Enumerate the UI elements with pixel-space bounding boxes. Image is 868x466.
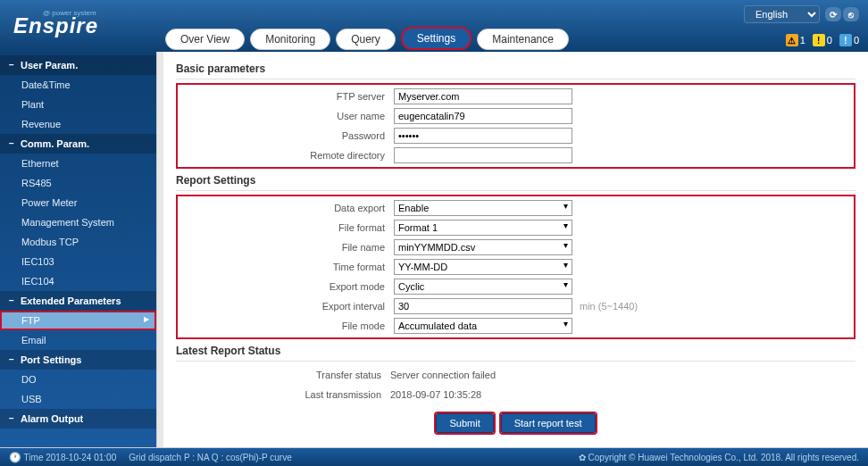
side-iec104[interactable]: IEC104 (0, 271, 156, 291)
time-format-label: Time format (179, 262, 394, 272)
ftp-server-label: FTP server (179, 91, 394, 102)
side-rs485[interactable]: RS485 (0, 173, 156, 193)
file-format-select[interactable]: Format 1 (394, 220, 572, 236)
sidebar: User Param. Date&Time Plant Revenue Comm… (0, 52, 156, 447)
username-input[interactable] (394, 108, 572, 124)
side-do[interactable]: DO (0, 370, 156, 389)
export-mode-label: Export mode (179, 281, 394, 292)
clock-icon: 🕐 (9, 452, 21, 462)
section-status: Latest Report Status (176, 341, 855, 362)
top-right: English ⟳ ⎋ (744, 5, 859, 23)
side-usb[interactable]: USB (0, 389, 156, 409)
export-interval-hint: min (5~1440) (580, 301, 638, 312)
section-report: Report Settings (176, 171, 855, 191)
header: @ power system Enspire Over View Monitor… (0, 0, 868, 52)
export-interval-label: Export interval (179, 301, 394, 312)
remote-dir-input[interactable] (394, 147, 572, 163)
side-email[interactable]: Email (0, 330, 156, 350)
alert-major[interactable]: ! 0 (813, 34, 832, 46)
alert-square-icon: ! (813, 34, 825, 46)
logo-sub: @ power system (43, 9, 96, 17)
side-power-meter[interactable]: Power Meter (0, 193, 156, 212)
tab-query[interactable]: Query (336, 29, 396, 50)
start-report-test-button[interactable]: Start report test (501, 413, 596, 433)
huawei-logo-icon: ✿ (579, 453, 586, 462)
alert-minor[interactable]: ! 0 (839, 34, 859, 46)
footer-copyright: ✿ Copyright © Huawei Technologies Co., L… (579, 453, 859, 462)
main-panel: Basic parameters FTP server User name Pa… (163, 52, 868, 447)
password-input[interactable] (394, 128, 572, 144)
side-ethernet[interactable]: Ethernet (0, 154, 156, 173)
side-cat-port[interactable]: Port Settings (0, 350, 156, 370)
logout-icon[interactable]: ⎋ (843, 7, 859, 21)
side-cat-extended[interactable]: Extended Parameters (0, 291, 156, 311)
side-cat-user[interactable]: User Param. (0, 55, 156, 75)
buttons-row: Submit Start report test (176, 404, 855, 442)
brand-text: Enspire (13, 13, 98, 38)
side-cat-comm[interactable]: Comm. Param. (0, 134, 156, 154)
file-mode-label: File mode (179, 320, 394, 331)
side-revenue[interactable]: Revenue (0, 114, 156, 134)
sidebar-scrollbar[interactable] (156, 52, 163, 447)
export-interval-input[interactable] (394, 298, 572, 314)
last-transmission-value: 2018-09-07 10:35:28 (390, 389, 481, 400)
tab-settings[interactable]: Settings (401, 27, 472, 50)
tab-maintenance[interactable]: Maintenance (477, 29, 569, 50)
warning-triangle-icon: ⚠ (786, 34, 798, 46)
data-export-label: Data export (179, 203, 394, 213)
tab-overview[interactable]: Over View (165, 29, 245, 50)
ftp-server-input[interactable] (394, 88, 572, 104)
footer: 🕐 Time 2018-10-24 01:00 Grid dispatch P … (0, 448, 868, 466)
alerts: ⚠ 1 ! 0 ! 0 (786, 34, 859, 46)
side-mgmt-system[interactable]: Management System (0, 212, 156, 232)
side-plant[interactable]: Plant (0, 95, 156, 114)
username-label: User name (179, 111, 394, 121)
side-datetime[interactable]: Date&Time (0, 75, 156, 95)
file-mode-select[interactable]: Accumulated data (394, 318, 572, 334)
refresh-icon[interactable]: ⟳ (825, 7, 841, 21)
password-label: Password (179, 130, 394, 141)
section-basic: Basic parameters (176, 59, 855, 79)
footer-time: 🕐 Time 2018-10-24 01:00 (9, 452, 116, 463)
remote-dir-label: Remote directory (179, 150, 394, 161)
data-export-select[interactable]: Enable (394, 200, 572, 216)
side-iec103[interactable]: IEC103 (0, 252, 156, 271)
side-cat-alarm[interactable]: Alarm Output (0, 409, 156, 429)
info-circle-icon: ! (839, 34, 852, 46)
report-highlight: Data export Enable File format Format 1 … (176, 195, 855, 339)
logo: @ power system Enspire (0, 0, 152, 52)
tab-monitoring[interactable]: Monitoring (250, 29, 330, 50)
time-format-select[interactable]: YY-MM-DD (394, 259, 572, 275)
submit-button[interactable]: Submit (436, 413, 493, 433)
transfer-status-value: Server connection failed (390, 370, 496, 380)
file-name-label: File name (179, 242, 394, 253)
last-transmission-label: Last transmission (176, 389, 390, 400)
language-select[interactable]: English (744, 5, 820, 23)
alert-critical[interactable]: ⚠ 1 (786, 34, 805, 46)
file-format-label: File format (179, 222, 394, 233)
footer-grid: Grid dispatch P : NA Q : cos(Phi)-P curv… (129, 453, 291, 462)
transfer-status-label: Transfer status (176, 370, 390, 380)
side-ftp[interactable]: FTP (0, 311, 156, 330)
file-name-select[interactable]: minYYMMDD.csv (394, 239, 572, 255)
side-modbus-tcp[interactable]: Modbus TCP (0, 232, 156, 252)
basic-highlight: FTP server User name Password Remote dir… (176, 83, 855, 169)
export-mode-select[interactable]: Cyclic (394, 279, 572, 295)
